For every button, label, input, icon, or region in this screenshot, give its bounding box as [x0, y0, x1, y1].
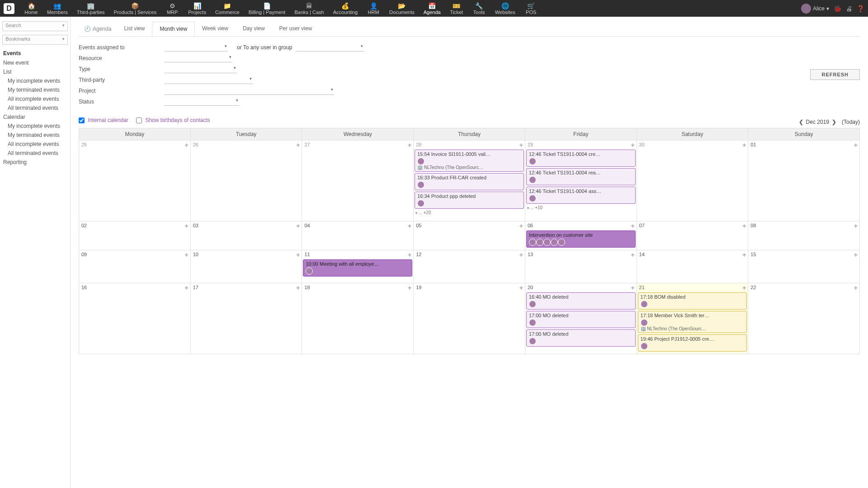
add-event-button[interactable]: +	[854, 284, 858, 291]
tab-list-view[interactable]: List view	[117, 22, 152, 36]
user-menu[interactable]: Alice ▾	[801, 4, 829, 14]
add-event-button[interactable]: +	[854, 251, 858, 258]
add-event-button[interactable]: +	[631, 141, 634, 149]
calendar-cell[interactable]: 17+	[191, 283, 302, 354]
menu-list-all-terminated[interactable]: All terminated events	[2, 103, 68, 113]
add-event-button[interactable]: +	[296, 251, 300, 258]
calendar-cell[interactable]: 21+17:18 BOM disabled17:18 Member Vick S…	[637, 283, 749, 354]
topmenu-documents[interactable]: 📂Documents	[385, 1, 419, 16]
calendar-cell[interactable]: 25+	[79, 141, 191, 221]
calendar-cell[interactable]: 12+	[414, 250, 525, 283]
next-month-button[interactable]: ❯	[832, 119, 836, 125]
topmenu-ticket[interactable]: 🎫Ticket	[445, 1, 468, 16]
topmenu-websites[interactable]: 🌐Websites	[491, 1, 520, 16]
calendar-event[interactable]: 17:00 MO deleted	[526, 329, 636, 347]
calendar-cell[interactable]: 20+16:40 MO deleted17:00 MO deleted17:00…	[525, 283, 637, 354]
topmenu-commerce[interactable]: 📁Commerce	[211, 1, 244, 16]
filter-third-select[interactable]	[165, 76, 253, 84]
menu-cal-all-incomplete[interactable]: All incomplete events	[2, 140, 68, 149]
add-event-button[interactable]: +	[854, 141, 858, 149]
topmenu-agenda[interactable]: 📅Agenda	[419, 1, 445, 16]
tab-day-view[interactable]: Day view	[236, 22, 272, 36]
add-event-button[interactable]: +	[742, 141, 746, 149]
menu-list-my-incomplete[interactable]: My incomplete events	[2, 76, 68, 85]
calendar-cell[interactable]: 10+	[191, 250, 302, 283]
birthdays-checkbox[interactable]	[136, 117, 142, 123]
refresh-button[interactable]: REFRESH	[810, 69, 860, 80]
prev-month-button[interactable]: ❮	[799, 119, 803, 125]
calendar-event[interactable]: 17:18 BOM disabled	[638, 292, 747, 310]
calendar-cell[interactable]: 22+	[748, 283, 859, 354]
topmenu-accounting[interactable]: 💰Accounting	[329, 1, 362, 16]
add-event-button[interactable]: +	[408, 251, 411, 258]
calendar-event[interactable]: Intervention on customer site	[526, 230, 636, 248]
calendar-event[interactable]: 16:33 Product FR-CAR created	[415, 173, 524, 190]
menu-reporting[interactable]: Reporting	[2, 158, 68, 167]
topmenu-products-services[interactable]: 📦Products | Services	[109, 1, 161, 16]
calendar-cell[interactable]: 03+	[191, 221, 302, 250]
add-event-button[interactable]: +	[408, 141, 411, 149]
menu-events-title[interactable]: Events	[2, 48, 68, 58]
tab-week-view[interactable]: Week view	[195, 22, 236, 36]
topmenu-billing-payment[interactable]: 📄Billing | Payment	[244, 1, 290, 16]
topmenu-third-parties[interactable]: 🏢Third-parties	[72, 1, 109, 16]
calendar-event[interactable]: 17:00 MO deleted	[526, 311, 636, 328]
add-event-button[interactable]: +	[742, 251, 746, 258]
menu-calendar[interactable]: Calendar	[2, 113, 68, 122]
calendar-event[interactable]: 12:46 Ticket TS1911-0004 rea…	[526, 168, 636, 185]
filter-resource-select[interactable]	[165, 54, 232, 62]
calendar-cell[interactable]: 05+	[414, 221, 525, 250]
add-event-button[interactable]: +	[408, 284, 411, 291]
print-icon[interactable]: 🖨	[846, 5, 852, 12]
add-event-button[interactable]: +	[408, 222, 411, 230]
menu-new-event[interactable]: New event	[2, 58, 68, 67]
add-event-button[interactable]: +	[296, 284, 300, 291]
filter-assigned-select[interactable]	[165, 43, 228, 52]
add-event-button[interactable]: +	[519, 251, 523, 258]
filter-status-select[interactable]	[165, 98, 239, 106]
add-event-button[interactable]: +	[631, 251, 634, 258]
calendar-event[interactable]: 16:40 MO deleted	[526, 292, 636, 310]
calendar-cell[interactable]: 16+	[79, 283, 191, 354]
menu-cal-my-incomplete[interactable]: My incomplete events	[2, 122, 68, 131]
menu-list[interactable]: List	[2, 67, 68, 76]
calendar-cell[interactable]: 11+10:00 Meeting with all employe…	[302, 250, 414, 283]
calendar-event[interactable]: 19:46 Project PJ1912-0005 cre…	[638, 334, 747, 352]
search-input[interactable]: Search	[2, 21, 68, 31]
topmenu-projects[interactable]: 📊Projects	[184, 1, 211, 16]
calendar-event[interactable]: 15:54 Invoice SI1911-0005 vali…🏢 NLTechn…	[415, 150, 524, 172]
menu-list-all-incomplete[interactable]: All incomplete events	[2, 94, 68, 103]
calendar-cell[interactable]: 04+	[302, 221, 414, 250]
calendar-cell[interactable]: 27+	[302, 141, 414, 221]
calendar-event[interactable]: 10:00 Meeting with all employe…	[303, 259, 412, 277]
bug-icon[interactable]: 🐞	[834, 5, 841, 12]
add-event-button[interactable]: +	[519, 141, 523, 149]
add-event-button[interactable]: +	[185, 284, 189, 291]
calendar-cell[interactable]: 28+15:54 Invoice SI1911-0005 vali…🏢 NLTe…	[414, 141, 525, 221]
today-link[interactable]: (Today)	[842, 119, 860, 125]
bookmarks-dropdown[interactable]: Bookmarks	[2, 35, 68, 45]
calendar-cell[interactable]: 18+	[302, 283, 414, 354]
calendar-cell[interactable]: 30+	[637, 141, 749, 221]
add-event-button[interactable]: +	[631, 222, 634, 230]
calendar-event[interactable]: 16:34 Product ppp deleted	[415, 192, 524, 209]
calendar-cell[interactable]: 07+	[637, 221, 749, 250]
topmenu-hrm[interactable]: 👤HRM	[362, 1, 385, 16]
calendar-cell[interactable]: 06+Intervention on customer site	[525, 221, 637, 250]
more-events-link[interactable]: ... +10	[526, 205, 636, 210]
topmenu-members[interactable]: 👥Members	[42, 1, 72, 16]
add-event-button[interactable]: +	[296, 222, 300, 230]
add-event-button[interactable]: +	[519, 284, 523, 291]
calendar-cell[interactable]: 09+	[79, 250, 191, 283]
add-event-button[interactable]: +	[854, 222, 858, 230]
calendar-cell[interactable]: 01+	[748, 141, 859, 221]
calendar-cell[interactable]: 08+	[748, 221, 859, 250]
calendar-event[interactable]: 17:18 Member Vick Smith ter…🏢 NLTechno (…	[638, 311, 747, 333]
add-event-button[interactable]: +	[742, 284, 746, 291]
filter-project-select[interactable]	[165, 87, 334, 95]
add-event-button[interactable]: +	[631, 284, 634, 291]
menu-list-my-terminated[interactable]: My terminated events	[2, 85, 68, 94]
calendar-cell[interactable]: 13+	[525, 250, 637, 283]
filter-group-select[interactable]	[296, 43, 364, 52]
menu-cal-all-terminated[interactable]: All terminated events	[2, 149, 68, 158]
